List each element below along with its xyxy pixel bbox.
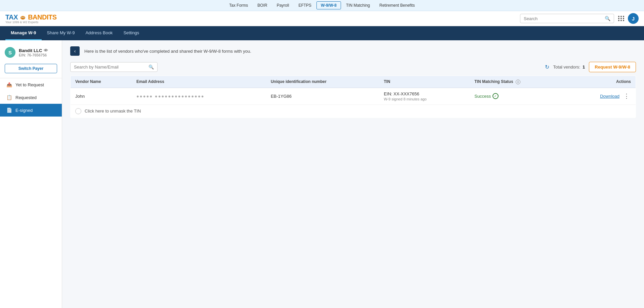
- unmask-label[interactable]: Click here to unmask the TIN: [85, 108, 141, 114]
- logo-tax: TAX: [5, 13, 18, 21]
- tin-status-info-icon[interactable]: i: [516, 80, 520, 84]
- nav-settings[interactable]: Settings: [118, 26, 144, 40]
- request-w9w8-button[interactable]: Request W-9/W-8: [589, 62, 636, 72]
- esigned-icon: 📄: [6, 107, 12, 113]
- cell-actions: Download ⋮: [566, 88, 636, 104]
- table-body: John ●●●●● ●●●●●●●●●●●●●●● EB-1YG86 EIN:…: [71, 88, 636, 118]
- nav-manage-w9[interactable]: Manage W-9: [5, 26, 42, 40]
- search-input[interactable]: [524, 16, 605, 21]
- nav-share-my-w9[interactable]: Share My W-9: [42, 26, 80, 40]
- total-label: Total vendors:: [553, 64, 581, 70]
- payer-name: Bandit LLC 👁: [19, 48, 48, 53]
- search-vendor-box[interactable]: 🔍: [70, 62, 158, 72]
- success-shield-icon: ✓: [492, 93, 499, 99]
- tin-matching-status-label: TIN Matching Status: [474, 79, 513, 84]
- table-row: John ●●●●● ●●●●●●●●●●●●●●● EB-1YG86 EIN:…: [71, 88, 636, 104]
- logo: TAX BANDITS Your 1099 & W2 Experts: [5, 13, 57, 24]
- payer-name-text: Bandit LLC: [19, 48, 42, 53]
- tin-signed: W-9 signed 8 minutes ago: [384, 97, 465, 101]
- payer-details: Bandit LLC 👁 EIN: 76-7656756: [19, 48, 48, 57]
- grid-icon[interactable]: [618, 16, 625, 21]
- collapse-button[interactable]: ‹: [70, 46, 80, 56]
- search-box[interactable]: 🔍: [520, 14, 614, 23]
- header-icons: J: [618, 13, 639, 24]
- info-banner: ‹ Here is the list of vendors who've com…: [70, 46, 636, 56]
- header-row: Vendor Name Email Address Unique identif…: [71, 76, 636, 88]
- table-header: Vendor Name Email Address Unique identif…: [71, 76, 636, 88]
- tin-ein: EIN: XX-XXX7656: [384, 91, 465, 96]
- cell-tin: EIN: XX-XXX7656 W-9 signed 8 minutes ago: [379, 88, 470, 104]
- col-tin-matching-status: TIN Matching Status i: [470, 76, 566, 88]
- col-tin: TIN: [379, 76, 470, 88]
- success-badge: Success ✓: [474, 93, 561, 99]
- info-text: Here is the list of vendors who've compl…: [84, 49, 251, 54]
- sidebar-item-esigned[interactable]: 📄 E-signed: [0, 104, 62, 117]
- top-bar: Tax Forms BOIR Payroll EFTPS W-9/W-8 TIN…: [0, 0, 644, 11]
- col-email-address: Email Address: [132, 76, 266, 88]
- cell-vendor-name: John: [71, 88, 132, 104]
- sidebar-item-yet-to-request[interactable]: 📤 Yet to Request: [0, 78, 62, 91]
- topbar-boir[interactable]: BOIR: [253, 1, 271, 9]
- sidebar-item-requested[interactable]: 📋 Requested: [0, 91, 62, 104]
- svg-point-3: [22, 17, 22, 17]
- requested-label: Requested: [15, 95, 37, 100]
- yet-to-request-label: Yet to Request: [15, 82, 44, 87]
- switch-payer-button[interactable]: Switch Payer: [5, 64, 57, 73]
- topbar-retirement-benefits[interactable]: Retirement Benefits: [375, 1, 419, 9]
- svg-point-4: [24, 17, 24, 17]
- refresh-icon[interactable]: ↻: [545, 64, 549, 70]
- actions-cell: Download ⋮: [570, 92, 631, 100]
- col-vendor-name: Vendor Name: [71, 76, 132, 88]
- logo-title: TAX BANDITS: [5, 13, 57, 21]
- user-avatar[interactable]: J: [628, 13, 639, 24]
- vendor-search-icon: 🔍: [148, 64, 154, 70]
- tin-info: EIN: XX-XXX7656 W-9 signed 8 minutes ago: [384, 91, 465, 101]
- payer-ein: EIN: 76-7656756: [19, 53, 48, 57]
- yet-to-request-icon: 📤: [6, 82, 12, 87]
- topbar-eftps[interactable]: EFTPS: [294, 1, 316, 9]
- topbar-tax-forms[interactable]: Tax Forms: [225, 1, 252, 9]
- cell-email: ●●●●● ●●●●●●●●●●●●●●●: [132, 88, 266, 104]
- cell-tin-status: Success ✓: [470, 88, 566, 104]
- table-right-controls: ↻ Total vendors: 1 Request W-9/W-8: [545, 62, 636, 72]
- header: TAX BANDITS Your 1099 & W2 Experts 🔍 J: [0, 11, 644, 26]
- topbar-w9w8[interactable]: W-9/W-8: [316, 1, 341, 9]
- search-icon: 🔍: [605, 16, 610, 21]
- eye-icon[interactable]: 👁: [44, 48, 48, 53]
- search-vendor-input[interactable]: [74, 64, 148, 70]
- cell-uid: EB-1YG86: [266, 88, 379, 104]
- nav-address-book[interactable]: Address Book: [80, 26, 118, 40]
- sidebar: S Bandit LLC 👁 EIN: 76-7656756 Switch Pa…: [0, 40, 62, 308]
- content-area: ‹ Here is the list of vendors who've com…: [62, 40, 644, 308]
- total-vendors-text: Total vendors: 1: [553, 64, 585, 70]
- vendor-table: Vendor Name Email Address Unique identif…: [70, 76, 636, 118]
- topbar-payroll[interactable]: Payroll: [272, 1, 294, 9]
- topbar-tin-matching[interactable]: TIN Matching: [342, 1, 374, 9]
- total-count: 1: [583, 64, 585, 70]
- payer-info: S Bandit LLC 👁 EIN: 76-7656756: [0, 43, 62, 62]
- logo-bandits: BANDITS: [28, 13, 56, 21]
- unmask-checkbox-area: Click here to unmask the TIN: [75, 108, 631, 114]
- unmask-checkbox[interactable]: [75, 108, 81, 114]
- main-layout: S Bandit LLC 👁 EIN: 76-7656756 Switch Pa…: [0, 40, 644, 308]
- logo-sub: Your 1099 & W2 Experts: [5, 20, 38, 24]
- unmask-cell: Click here to unmask the TIN: [71, 104, 636, 118]
- col-actions: Actions: [566, 76, 636, 88]
- email-masked: ●●●●● ●●●●●●●●●●●●●●●: [136, 94, 205, 99]
- table-controls: 🔍 ↻ Total vendors: 1 Request W-9/W-8: [70, 62, 636, 72]
- esigned-label: E-signed: [15, 108, 33, 113]
- requested-icon: 📋: [6, 95, 12, 100]
- payer-avatar: S: [5, 47, 15, 58]
- logo-owl-icon: [20, 15, 26, 19]
- download-link[interactable]: Download: [600, 94, 619, 99]
- more-options-button[interactable]: ⋮: [622, 92, 631, 100]
- unmask-row: Click here to unmask the TIN: [71, 104, 636, 118]
- tin-status-text: Success: [474, 94, 491, 99]
- col-uid: Unique identification number: [266, 76, 379, 88]
- second-nav: Manage W-9 Share My W-9 Address Book Set…: [0, 26, 644, 40]
